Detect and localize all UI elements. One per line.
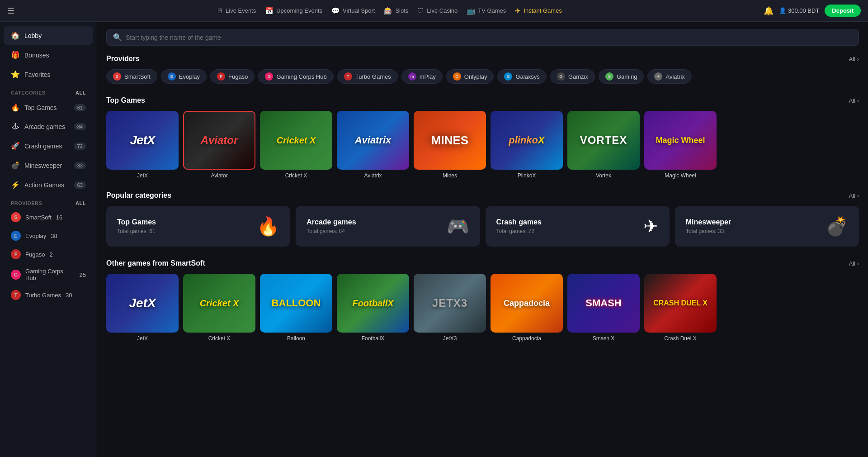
- game-thumb-crash-duel-x: CRASH DUEL X: [644, 274, 717, 333]
- sidebar-item-arcade-games[interactable]: 🕹 Arcade games 84: [4, 118, 93, 136]
- game-card-magic-wheel[interactable]: Magic Wheel Magic Wheel: [644, 111, 717, 179]
- gaming-corps-count: 25: [80, 271, 86, 278]
- search-bar[interactable]: 🔍: [106, 29, 859, 46]
- game-card-jetx3[interactable]: JETX3 JetX3: [414, 274, 486, 342]
- top-games-all-link[interactable]: All ›: [849, 97, 859, 104]
- game-name-jetx3: JetX3: [414, 335, 486, 342]
- categories-all-link[interactable]: All: [75, 90, 86, 95]
- game-thumb-plinkox: plinkoX: [491, 111, 563, 170]
- cat-title-arcade: Arcade games: [307, 218, 356, 226]
- gamepad-icon: 🕹: [11, 123, 20, 131]
- game-thumb-other-cricket-x: Cricket X: [183, 274, 255, 333]
- game-card-aviator[interactable]: Aviator Aviator: [183, 111, 255, 179]
- smartsoft-dot: S: [11, 212, 21, 222]
- cat-card-arcade-games[interactable]: Arcade games Total games: 84 🎮: [296, 206, 480, 247]
- provider-chip-gaming[interactable]: G Gaming: [599, 69, 644, 84]
- cat-count-minesweeper: Total games: 33: [686, 228, 731, 234]
- providers-section-title: Providers: [106, 55, 140, 63]
- sidebar-item-crash-games[interactable]: 🚀 Crash games 72: [4, 137, 93, 155]
- other-games-grid: JetX JetX Cricket X Cricket X BALLOON Ba…: [106, 274, 859, 342]
- sidebar-item-top-games[interactable]: 🔥 Top Games 61: [4, 98, 93, 117]
- provider-chip-aviatrix[interactable]: ✈ Aviatrix: [647, 69, 691, 84]
- game-card-footballx[interactable]: FootballX FootballX: [337, 274, 409, 342]
- sidebar-minesweeper-label: Minesweeper: [24, 162, 70, 169]
- sidebar-provider-fugaso[interactable]: F Fugaso 2: [4, 245, 93, 263]
- sidebar-item-bonuses[interactable]: 🎁 Bonuses: [4, 46, 93, 64]
- nav-virtual-sport[interactable]: 💬Virtual Sport: [331, 7, 375, 15]
- providers-all-link[interactable]: All: [75, 200, 86, 206]
- game-thumb-cappadocia: Cappadocia: [491, 274, 563, 333]
- game-card-balloon[interactable]: BALLOON Balloon: [260, 274, 332, 342]
- game-name-mines: Mines: [414, 172, 486, 179]
- game-name-crash-duel-x: Crash Duel X: [644, 335, 717, 342]
- game-name-cricket-x: Cricket X: [260, 172, 332, 179]
- provider-chip-evoplay[interactable]: E Evoplay: [161, 69, 207, 84]
- game-card-other-jetx[interactable]: JetX JetX: [106, 274, 179, 342]
- other-games-all-link[interactable]: All ›: [849, 260, 859, 267]
- nav-upcoming-events[interactable]: 📅Upcoming Events: [265, 7, 322, 15]
- nav-live-events[interactable]: 🖥Live Events: [216, 7, 256, 14]
- cat-info-crash: Crash games Total games: 72: [496, 218, 542, 234]
- provider-chip-mplay[interactable]: m mPlay: [401, 69, 443, 84]
- sidebar-top-games-label: Top Games: [24, 104, 70, 111]
- game-thumb-other-jetx: JetX: [106, 274, 179, 333]
- provider-chip-turbo-games[interactable]: T Turbo Games: [337, 69, 398, 84]
- game-card-mines[interactable]: MINES Mines: [414, 111, 486, 179]
- cat-card-crash-games[interactable]: Crash games Total games: 72 ✈: [486, 206, 670, 247]
- evoplay-dot: E: [11, 231, 21, 241]
- cat-emoji-top-games: 🔥: [257, 216, 279, 237]
- game-card-cricket-x[interactable]: Cricket X Cricket X: [260, 111, 332, 179]
- sidebar-provider-gaming-corps[interactable]: G Gaming Corps Hub 25: [4, 264, 93, 286]
- game-card-vortex[interactable]: VORTEX Vortex: [567, 111, 640, 179]
- game-thumb-footballx: FootballX: [337, 274, 409, 333]
- turbo-games-dot: T: [11, 290, 21, 300]
- nav-slots[interactable]: 🎰Slots: [384, 7, 408, 15]
- game-card-plinkox[interactable]: plinkoX PlinkoX: [491, 111, 563, 179]
- nav-tv-games[interactable]: 📺TV Games: [467, 7, 506, 15]
- categories-section-title: Categories All: [0, 85, 97, 97]
- deposit-button[interactable]: Deposit: [825, 5, 861, 17]
- sidebar-item-minesweeper[interactable]: 💣 Minesweeper 33: [4, 156, 93, 175]
- sidebar-provider-smartsoft[interactable]: S SmartSoft 16: [4, 208, 93, 226]
- evoplay-chip-dot: E: [168, 72, 176, 81]
- providers-all-link[interactable]: All ›: [849, 56, 859, 62]
- fire-icon: 🔥: [11, 103, 20, 112]
- other-games-title: Other games from SmartSoft: [106, 259, 205, 267]
- provider-chip-gaming-corps[interactable]: G Gaming Corps Hub: [258, 69, 333, 84]
- provider-chip-fugaso[interactable]: F Fugaso: [210, 69, 255, 84]
- game-card-smashx[interactable]: SMASH Smash X: [567, 274, 640, 342]
- provider-chip-galaxsys[interactable]: G Galaxsys: [497, 69, 546, 84]
- fugaso-label: Fugaso: [25, 251, 45, 258]
- cat-card-minesweeper[interactable]: Minesweeper Total games: 33 💣: [675, 206, 859, 247]
- cat-card-top-games[interactable]: Top Games Total games: 61 🔥: [106, 206, 290, 247]
- providers-section-header: Providers All ›: [106, 55, 859, 63]
- popular-categories-grid: Top Games Total games: 61 🔥 Arcade games…: [106, 206, 859, 247]
- sidebar-item-action-games[interactable]: ⚡ Action Games 63: [4, 176, 93, 194]
- sidebar-provider-evoplay[interactable]: E Evoplay 38: [4, 227, 93, 245]
- nav-live-casino[interactable]: 🛡Live Casino: [417, 7, 458, 14]
- game-card-aviatrix[interactable]: Aviatrix Aviatrix: [337, 111, 409, 179]
- game-card-cappadocia[interactable]: Cappadocia Cappadocia: [491, 274, 563, 342]
- notifications-bell-icon[interactable]: 🔔: [764, 6, 774, 16]
- game-card-other-cricket-x[interactable]: Cricket X Cricket X: [183, 274, 255, 342]
- providers-section-title: Providers All: [0, 195, 97, 208]
- provider-chip-smartsoft[interactable]: S SmartSoft: [106, 69, 157, 84]
- hamburger-menu[interactable]: ☰: [7, 6, 14, 16]
- sidebar-item-favorites[interactable]: ⭐ Favorites: [4, 65, 93, 84]
- top-games-header: Top Games All ›: [106, 96, 859, 105]
- aviatrix-chip-dot: ✈: [654, 72, 662, 81]
- galaxsys-chip-dot: G: [504, 72, 512, 81]
- game-card-jetx[interactable]: JetX JetX: [106, 111, 179, 179]
- game-name-jetx: JetX: [106, 172, 179, 179]
- search-input[interactable]: [126, 34, 852, 41]
- game-name-footballx: FootballX: [337, 335, 409, 342]
- nav-instant-games[interactable]: ✈Instant Games: [515, 7, 562, 15]
- game-card-crash-duel-x[interactable]: CRASH DUEL X Crash Duel X: [644, 274, 717, 342]
- popular-categories-all-link[interactable]: All ›: [849, 192, 859, 199]
- provider-chip-onlyplay[interactable]: O Onlyplay: [446, 69, 494, 84]
- cat-title-crash: Crash games: [496, 218, 542, 226]
- provider-chip-gamzix[interactable]: G Gamzix: [550, 69, 595, 84]
- sidebar-provider-turbo-games[interactable]: T Turbo Games 30: [4, 286, 93, 304]
- sidebar-item-lobby[interactable]: 🏠 Lobby: [4, 26, 93, 45]
- cat-emoji-crash: ✈: [643, 216, 659, 237]
